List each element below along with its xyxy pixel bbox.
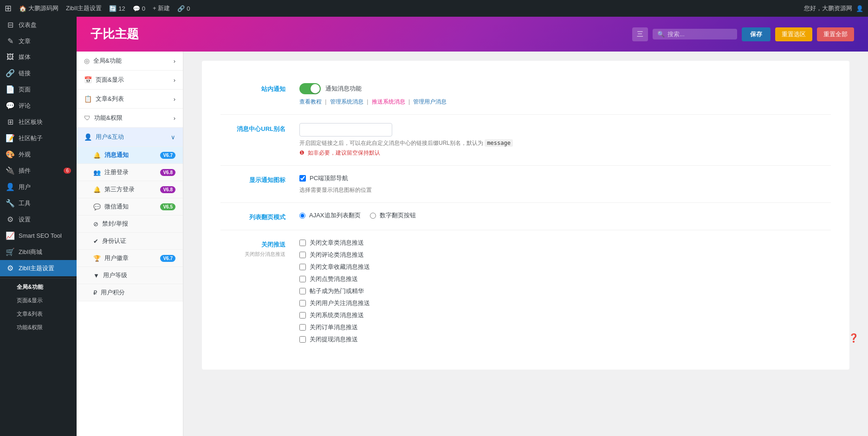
save-button[interactable]: 保存 — [742, 27, 771, 41]
settings-nav-page-display[interactable]: 📅 页面&显示 › — [77, 71, 183, 90]
settings-nav-global-func[interactable]: ◎ 全局&功能 › — [77, 52, 183, 71]
sidebar-item-community-blocks[interactable]: ⊞ 社区板块 — [0, 114, 77, 130]
sidebar-item-dashboard[interactable]: ⊟ 仪表盘 — [0, 17, 77, 33]
toggle-notification[interactable] — [299, 83, 321, 94]
checkbox-close-order-push: 关闭订单消息推送 — [299, 323, 831, 332]
site-name-text: 大鹏源码网 — [28, 4, 58, 13]
settings-nav-label-user: 用户&互动 — [96, 133, 124, 141]
numeric-radio-label: 数字翻页按钮 — [380, 211, 416, 220]
sidebar-item-zibi-shop[interactable]: 🛒 ZibII商城 — [0, 244, 77, 260]
link-view-tutorial[interactable]: 查看教程 — [299, 98, 322, 105]
checkbox-extract-push[interactable] — [299, 336, 306, 343]
notification-icon: 🔔 — [93, 152, 101, 159]
user-avatar-icon: 👤 — [856, 5, 863, 12]
community-posts-icon: 📝 — [6, 134, 15, 143]
sidebar-sub-article-list[interactable]: 文章&列表 — [0, 307, 77, 321]
header-search-input[interactable] — [667, 31, 732, 38]
checkbox-follow-push[interactable] — [299, 300, 306, 306]
checkbox-hot-push[interactable] — [299, 288, 306, 294]
sidebar-sub-page-display[interactable]: 页面&显示 — [0, 294, 77, 307]
sidebar-label-media: 媒体 — [19, 53, 31, 61]
site-name-link[interactable]: 🏠 大鹏源码网 — [19, 4, 58, 13]
sidebar-sub-func-perms[interactable]: 功能&权限 — [0, 321, 77, 334]
reset-all-button[interactable]: 重置全部 — [817, 27, 854, 41]
sidebar-item-comments[interactable]: 💬 评论 — [0, 98, 77, 114]
sidebar-label-posts: 文章 — [19, 37, 31, 46]
updates-icon: 🔄 — [109, 5, 117, 12]
checkbox-order-push[interactable] — [299, 324, 306, 331]
pc-nav-checkbox[interactable] — [299, 175, 306, 182]
settings-nav-user-interaction[interactable]: 👤 用户&互动 ∨ — [77, 128, 183, 147]
wp-logo-link[interactable]: ⊞ — [5, 3, 12, 13]
settings-sub-user-points[interactable]: ₽ 用户积分 — [77, 284, 183, 301]
settings-sub-notification[interactable]: 🔔 消息通知 V6.7 — [77, 147, 183, 164]
checkbox-comment-push[interactable] — [299, 252, 306, 258]
sidebar-item-smart-seo[interactable]: 📈 Smart SEO Tool — [0, 228, 77, 244]
link-push-sys-msg[interactable]: 推送系统消息 — [372, 98, 405, 105]
sidebar-item-links[interactable]: 🔗 链接 — [0, 65, 77, 81]
form-row-list-pagination: 列表翻页模式 AJAX追加列表翻页 数字翻页按钮 — [220, 203, 831, 230]
sidebar: ⊟ 仪表盘 ✎ 文章 🖼 媒体 🔗 链接 📄 页面 💬 评论 ⊞ 社区板块 📝 — [0, 17, 77, 436]
user-points-icon: ₽ — [93, 289, 97, 296]
label-article-push: 关闭文章类消息推送 — [310, 239, 364, 247]
community-blocks-icon: ⊞ — [6, 117, 15, 126]
sidebar-item-media[interactable]: 🖼 媒体 — [0, 49, 77, 65]
checkbox-article-push[interactable] — [299, 240, 306, 246]
msg-url-alias-input[interactable] — [299, 123, 392, 137]
links-link[interactable]: 🔗 0 — [177, 5, 190, 12]
sidebar-sub-global-func[interactable]: 全局&功能 — [0, 280, 77, 294]
sidebar-item-plugins[interactable]: 🔌 插件 6 — [0, 163, 77, 179]
settings-nav-article-list[interactable]: 📋 文章&列表 › — [77, 90, 183, 109]
wp-logo-icon: ⊞ — [5, 3, 12, 13]
header-menu-button[interactable]: 三 — [632, 27, 648, 41]
help-button[interactable]: ❓ — [849, 333, 859, 343]
settings-sub-wechat-notify[interactable]: 💬 微信通知 V6.5 — [77, 198, 183, 215]
links-icon: 🔗 — [6, 69, 15, 78]
new-content-link[interactable]: + 新建 — [153, 4, 170, 13]
notification-badge: V6.7 — [160, 152, 175, 159]
identity-icon: ✔ — [93, 238, 98, 245]
sidebar-label-dashboard: 仪表盘 — [19, 21, 37, 29]
settings-sub-identity-verify[interactable]: ✔ 身份认证 — [77, 233, 183, 250]
sidebar-item-users[interactable]: 👤 用户 — [0, 179, 77, 195]
sidebar-item-zibi-theme[interactable]: ⚙ ZibII主题设置 — [0, 260, 77, 276]
settings-sub-user-badge[interactable]: 🏆 用户徽章 V6.7 — [77, 250, 183, 267]
settings-sub-ban-report[interactable]: ⊘ 禁封/举报 — [77, 215, 183, 233]
sidebar-item-appearance[interactable]: 🎨 外观 — [0, 146, 77, 163]
checkbox-fav-push[interactable] — [299, 264, 306, 270]
wechat-badge: V6.5 — [160, 203, 175, 210]
settings-sub-user-level[interactable]: ▼ 用户等级 — [77, 267, 183, 284]
arrow-down-icon: ∨ — [171, 134, 175, 141]
reset-selection-button[interactable]: 重置选区 — [775, 27, 812, 41]
user-badge-icon: 🏆 — [93, 255, 101, 262]
settings-nav-label-page: 页面&显示 — [96, 76, 124, 84]
settings-sub-third-login[interactable]: 🔔 第三方登录 V6.8 — [77, 181, 183, 198]
settings-nav-label-func: 功能&权限 — [94, 114, 123, 122]
link-manage-sys-msg[interactable]: 管理系统消息 — [330, 98, 363, 105]
zibi-settings-link[interactable]: ZibII主题设置 — [66, 4, 102, 13]
link-manage-user-msg[interactable]: 管理用户消息 — [413, 98, 447, 105]
settings-sub-label-user-level: 用户等级 — [103, 271, 127, 280]
ajax-radio[interactable] — [299, 213, 305, 219]
sidebar-sub-label-article: 文章&列表 — [17, 311, 43, 317]
comments-link[interactable]: 💬 0 — [133, 5, 145, 12]
settings-nav-func-perms[interactable]: 🛡 功能&权限 › — [77, 109, 183, 128]
label-system-push: 关闭系统类消息推送 — [310, 311, 364, 319]
label-msg-url-alias: 消息中心URL别名 — [220, 123, 285, 133]
sidebar-label-zibi-shop: ZibII商城 — [19, 248, 42, 256]
updates-link[interactable]: 🔄 12 — [109, 5, 125, 12]
checkbox-system-push[interactable] — [299, 312, 306, 319]
numeric-radio[interactable] — [370, 213, 376, 219]
comments-count: 0 — [142, 5, 145, 12]
smart-seo-icon: 📈 — [6, 231, 15, 240]
zibi-shop-icon: 🛒 — [6, 247, 15, 256]
sidebar-item-settings[interactable]: ⚙ 设置 — [0, 211, 77, 228]
sidebar-label-smart-seo: Smart SEO Tool — [19, 232, 62, 239]
sidebar-item-pages[interactable]: 📄 页面 — [0, 81, 77, 98]
settings-sub-register-login[interactable]: 👥 注册登录 V6.8 — [77, 164, 183, 181]
checkbox-like-push[interactable] — [299, 276, 306, 282]
sidebar-item-posts[interactable]: ✎ 文章 — [0, 33, 77, 49]
sidebar-item-community-posts[interactable]: 📝 社区帖子 — [0, 130, 77, 146]
sidebar-label-tools: 工具 — [19, 199, 31, 208]
sidebar-item-tools[interactable]: 🔧 工具 — [0, 195, 77, 211]
